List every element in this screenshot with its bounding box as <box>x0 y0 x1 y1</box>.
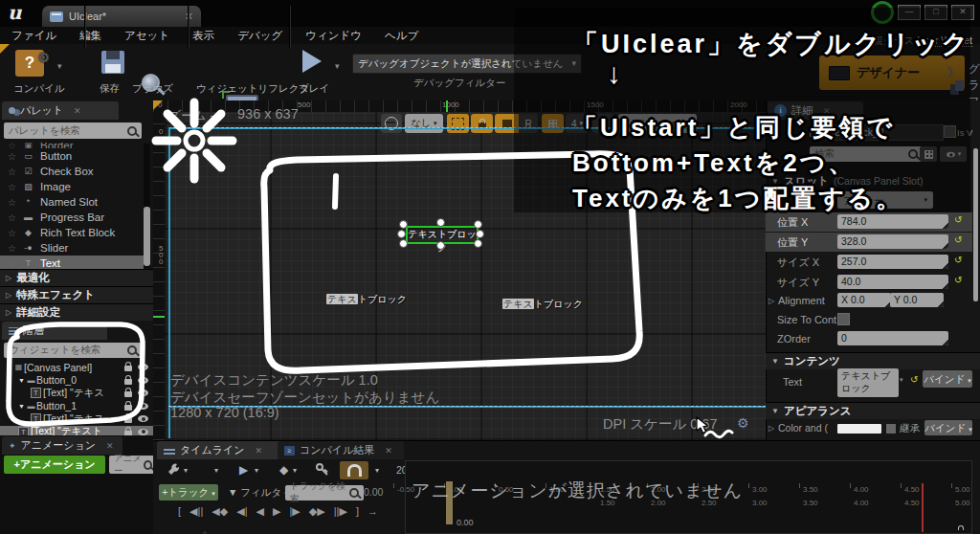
menu-item[interactable]: ウィンドウ <box>294 29 373 43</box>
resize-handle[interactable] <box>474 220 482 229</box>
tab-hierarchy[interactable]: 階層 <box>2 322 107 340</box>
menu-item[interactable]: 編集 <box>68 29 113 43</box>
lock-icon[interactable] <box>124 391 132 397</box>
add-animation-button[interactable]: +アニメーション <box>4 456 105 474</box>
animation-search-input[interactable]: アニメー <box>109 456 157 474</box>
star-icon[interactable]: ☆ <box>8 212 16 223</box>
star-icon[interactable]: ☆ <box>8 243 16 254</box>
text-bind-button[interactable]: バインド ▾ <box>923 370 972 388</box>
resize-handle[interactable] <box>476 230 484 238</box>
palette-item-check-box[interactable]: ☆☑Check Box <box>0 164 144 179</box>
compile-results-tab-close-icon[interactable]: ✕ <box>385 446 392 456</box>
palette-item-progress-bar[interactable]: ☆▬Progress Bar <box>0 210 144 225</box>
palette-category[interactable]: ▷最適化 <box>0 269 153 286</box>
hierarchy-row[interactable]: ▼▬Button_1 <box>0 400 153 413</box>
track-search-input[interactable]: トラックを検索 <box>285 485 364 501</box>
resize-handle[interactable] <box>474 239 482 248</box>
palette-search-input[interactable]: パレットを検索 <box>4 122 142 139</box>
chevron-down-icon[interactable]: ▾ <box>900 376 903 384</box>
resize-handle[interactable] <box>399 220 408 229</box>
animation-tab-close-icon[interactable]: ✕ <box>106 441 114 451</box>
color-expander-icon[interactable]: ▷ <box>768 424 774 433</box>
transport-button[interactable]: |▶ <box>289 505 300 518</box>
resize-handle[interactable] <box>397 230 406 238</box>
transport-button[interactable]: ◀ <box>256 505 264 518</box>
palette-item-button[interactable]: ☆▭Button <box>0 148 144 164</box>
asset-tab-uiclear[interactable]: UIclear* ✕ <box>42 6 201 27</box>
save-icon[interactable] <box>101 51 124 74</box>
property-input[interactable]: 40.0 <box>837 275 948 289</box>
add-track-button[interactable]: +トラック ▾ <box>159 484 218 501</box>
filter-button[interactable]: ▼ フィルタ ▾ <box>228 486 288 500</box>
palette-item-slider[interactable]: ☆-●Slider <box>0 240 144 256</box>
alignment-expander-icon[interactable]: ▷ <box>768 297 774 305</box>
hierarchy-row[interactable]: ▼▦[Canvas Panel] <box>0 361 153 374</box>
play-icon[interactable] <box>302 50 322 73</box>
visibility-eye-icon[interactable] <box>138 429 148 435</box>
compile-button[interactable]: コンパイル <box>13 82 65 96</box>
chevron-down-icon[interactable]: ▾ <box>375 466 379 475</box>
chevron-down-icon[interactable]: ▾ <box>293 466 297 475</box>
browse-button[interactable]: ブラウズ <box>132 82 173 96</box>
hierarchy-row[interactable]: T[Text] "テキス <box>0 412 153 426</box>
transport-button[interactable]: ▶ <box>273 505 280 518</box>
zorder-input[interactable]: 0 <box>837 331 948 345</box>
reset-icon[interactable]: ↺ <box>954 214 962 225</box>
dropdown-none[interactable]: なし▾ <box>405 114 443 133</box>
palette-category[interactable]: ▷詳細設定 <box>0 303 153 321</box>
star-icon[interactable]: ☆ <box>8 151 16 162</box>
palette-tab-close-icon[interactable]: ✕ <box>74 106 81 116</box>
visibility-eye-icon[interactable] <box>138 389 148 396</box>
transport-button[interactable]: ◆▶ <box>309 505 325 518</box>
tab-compile-results[interactable]: ≥ コンパイル結果 ✕ <box>278 441 404 459</box>
alignment-x-input[interactable]: X 0.0 <box>837 293 891 307</box>
content-section-header[interactable]: ▼コンテンツ <box>766 352 980 369</box>
reset-icon[interactable]: ↺ <box>954 255 962 265</box>
outline-toggle-button[interactable] <box>447 114 469 133</box>
menu-item[interactable]: アセット <box>113 29 181 43</box>
palette-scrollbar[interactable] <box>144 207 150 266</box>
appearance-section-header[interactable]: ▼アピアランス <box>766 402 980 419</box>
lock-toggle-button[interactable] <box>471 114 493 133</box>
lock-icon[interactable] <box>124 417 132 423</box>
menu-item[interactable]: ヘルプ <box>373 29 430 43</box>
compile-options-chevron-icon[interactable]: ▾ <box>57 61 62 71</box>
tab-close-icon[interactable]: ✕ <box>185 11 193 23</box>
resize-handle[interactable] <box>399 239 408 248</box>
property-input[interactable]: 784.0 <box>837 214 948 229</box>
palette-item-image[interactable]: ☆▨Image <box>0 179 144 194</box>
resize-handle[interactable] <box>436 241 445 250</box>
visibility-eye-icon[interactable] <box>138 377 148 384</box>
transport-button[interactable]: ] <box>356 505 359 518</box>
visibility-eye-icon[interactable] <box>138 415 148 422</box>
play-options-chevron-icon[interactable]: ▾ <box>335 61 340 71</box>
star-icon[interactable]: ☆ <box>8 167 16 177</box>
size-to-content-checkbox[interactable] <box>837 313 850 325</box>
menu-item[interactable]: ファイル <box>0 29 68 43</box>
transport-button[interactable]: ||▶ <box>334 505 347 518</box>
snap-magnet-button[interactable] <box>340 461 368 479</box>
star-icon[interactable]: ☆ <box>8 143 16 148</box>
color-bind-button[interactable]: バインド ▾ <box>924 420 972 435</box>
transport-button[interactable]: ◀◆ <box>212 505 228 518</box>
hierarchy-row[interactable]: ▼▬Button_0 <box>0 374 153 388</box>
chevron-down-icon[interactable]: ▾ <box>214 466 218 475</box>
alignment-y-input[interactable]: Y 0.0 <box>890 293 944 307</box>
tab-animation[interactable]: ✦ アニメーション ✕ <box>2 436 122 455</box>
text-property-input[interactable]: テキストブロック <box>837 368 899 397</box>
visibility-eye-icon[interactable] <box>138 364 148 370</box>
lock-icon[interactable] <box>124 366 132 371</box>
chevron-down-icon[interactable]: ▾ <box>184 466 188 475</box>
menu-item[interactable]: デバッグ <box>226 29 294 43</box>
resize-handle[interactable] <box>436 218 445 227</box>
palette-item-rich-text-block[interactable]: ☆◆Rich Text Block <box>0 225 144 240</box>
key-icon[interactable] <box>316 463 329 477</box>
palette-category[interactable]: ▷特殊エフェクト <box>0 286 153 303</box>
expander-icon[interactable]: ▼ <box>18 377 26 384</box>
localization-preview-button[interactable] <box>381 114 402 133</box>
hierarchy-search-input[interactable]: ウィジェットを検索 <box>4 343 142 358</box>
star-icon[interactable]: ☆ <box>8 258 16 269</box>
current-time-value[interactable]: 0.00 <box>364 486 383 498</box>
palette-item-border[interactable]: ☆▣Border <box>0 143 144 148</box>
expander-icon[interactable]: ▼ <box>18 403 26 410</box>
